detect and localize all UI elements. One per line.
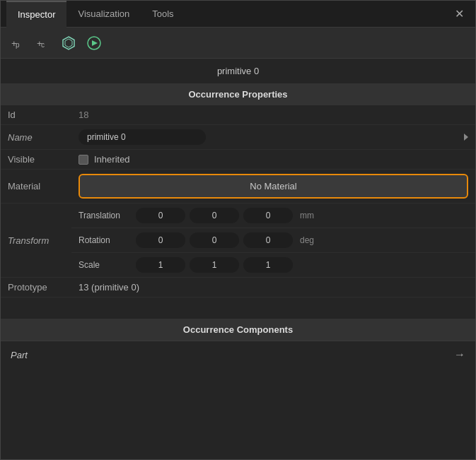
- name-dropdown-arrow: [464, 134, 468, 141]
- translation-unit: mm: [300, 211, 314, 220]
- svg-text:c: c: [41, 41, 45, 49]
- part-label: Part: [11, 350, 454, 360]
- rotation-unit: deg: [300, 235, 314, 245]
- translation-x-input[interactable]: [136, 208, 185, 223]
- empty-space: [1, 297, 475, 319]
- add-primitive-icon: + p: [10, 35, 25, 51]
- content-area: primitive 0 Occurrence Properties Id 18 …: [1, 59, 475, 459]
- translation-label: Translation: [79, 211, 132, 220]
- properties-table: Id 18 Name Visible: [1, 105, 475, 297]
- scale-z-input[interactable]: [243, 257, 293, 273]
- material-row: Material No Material: [1, 170, 475, 204]
- item-title: primitive 0: [1, 59, 475, 83]
- name-label: Name: [1, 125, 71, 150]
- scale-x-input[interactable]: [136, 257, 185, 273]
- scale-row: Scale: [79, 257, 468, 273]
- hexagon-icon: [61, 35, 76, 51]
- inspector-window: Inspector Visualization Tools ✕ + p + c: [0, 0, 476, 460]
- transform-translation-row: Transform Translation mm: [1, 204, 475, 228]
- transform-scale-row: Scale: [1, 253, 475, 278]
- name-value: [71, 125, 457, 150]
- rotation-y-input[interactable]: [190, 232, 239, 248]
- prototype-label: Prototype: [1, 278, 71, 297]
- occurrence-properties-header: Occurrence Properties: [1, 83, 475, 105]
- navigate-button[interactable]: [84, 33, 104, 53]
- add-component-button[interactable]: + c: [33, 33, 53, 53]
- tab-bar: Inspector Visualization Tools ✕: [1, 1, 475, 28]
- tab-tools[interactable]: Tools: [141, 1, 185, 28]
- component-icon-button[interactable]: [59, 33, 79, 53]
- tab-visualization[interactable]: Visualization: [66, 1, 141, 28]
- material-button[interactable]: No Material: [79, 174, 468, 199]
- visible-value: Inherited: [71, 150, 457, 170]
- rotation-x-input[interactable]: [136, 232, 185, 248]
- tab-inspector[interactable]: Inspector: [6, 1, 66, 28]
- transform-rotation-row: Rotation deg: [1, 228, 475, 253]
- add-component-icon: + c: [35, 35, 51, 51]
- translation-row: Translation mm: [79, 208, 468, 223]
- prototype-row: Prototype 13 (primitive 0): [1, 278, 475, 297]
- translation-y-input[interactable]: [190, 208, 239, 223]
- svg-marker-5: [65, 39, 72, 47]
- rotation-label: Rotation: [79, 235, 132, 245]
- rotation-row: Rotation deg: [79, 232, 468, 248]
- transform-label: Transform: [1, 204, 71, 278]
- add-primitive-button[interactable]: + p: [8, 33, 28, 53]
- rotation-z-input[interactable]: [243, 232, 293, 248]
- id-row: Id 18: [1, 105, 475, 125]
- material-label: Material: [1, 170, 71, 204]
- occurrence-components-header: Occurrence Components: [1, 319, 475, 341]
- name-input[interactable]: [79, 129, 206, 145]
- material-value: No Material: [71, 170, 475, 204]
- visible-row: Visible Inherited: [1, 150, 475, 170]
- prototype-value: 13 (primitive 0): [71, 278, 457, 297]
- scale-label: Scale: [79, 260, 132, 270]
- close-button[interactable]: ✕: [449, 4, 470, 23]
- name-row: Name: [1, 125, 475, 150]
- scale-y-input[interactable]: [190, 257, 239, 273]
- id-value: 18: [71, 105, 457, 125]
- translation-z-input[interactable]: [243, 208, 293, 223]
- visible-label: Visible: [1, 150, 71, 170]
- svg-text:p: p: [16, 41, 20, 49]
- id-label: Id: [1, 105, 71, 125]
- toolbar: + p + c: [1, 28, 475, 59]
- part-row[interactable]: Part →: [1, 341, 475, 368]
- visible-checkbox[interactable]: [79, 155, 88, 165]
- navigate-icon: [86, 35, 102, 51]
- svg-marker-7: [92, 40, 98, 46]
- part-navigate-icon: →: [454, 348, 465, 361]
